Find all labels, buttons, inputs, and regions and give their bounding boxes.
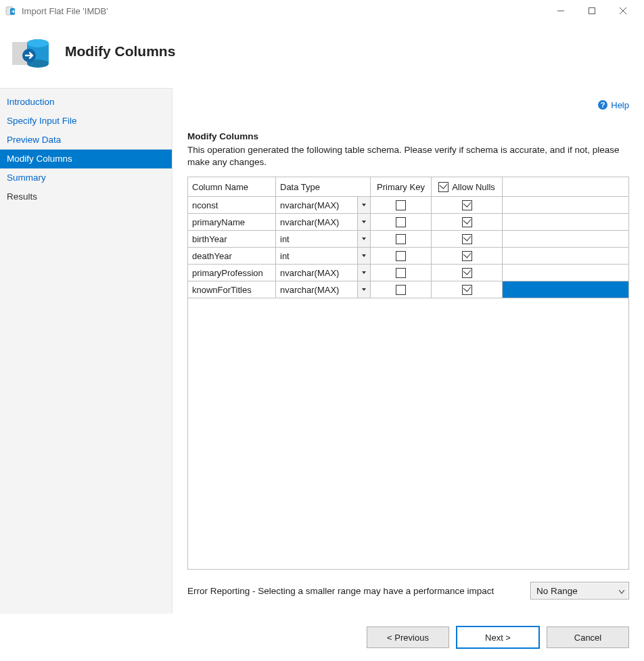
data-type-dropdown-button[interactable] [357,231,370,247]
data-type-cell[interactable]: nvarchar(MAX) [276,214,370,230]
nav-item-preview-data[interactable]: Preview Data [0,131,172,150]
header-extra [503,177,629,197]
nav-item-specify-input-file[interactable]: Specify Input File [0,112,172,131]
data-type-dropdown-button[interactable] [357,265,370,281]
allow-nulls-checkbox[interactable] [462,200,472,210]
page-title: Modify Columns [65,43,175,60]
data-type-cell[interactable]: nvarchar(MAX) [276,265,370,281]
column-name-cell[interactable]: deathYear [188,250,275,263]
data-type-cell[interactable]: int [276,248,370,264]
data-type-dropdown-button[interactable] [357,214,370,230]
window-title: Import Flat File 'IMDB' [22,6,108,16]
allow-nulls-checkbox[interactable] [462,217,472,227]
trailing-cell[interactable] [503,265,629,281]
data-type-dropdown-button[interactable] [357,197,370,213]
window-close-button[interactable] [607,0,639,22]
allow-nulls-checkbox[interactable] [462,285,472,295]
nav-item-modify-columns[interactable]: Modify Columns [0,150,172,168]
help-link[interactable]: Help [611,100,629,110]
wizard-step-icon [9,30,53,73]
wizard-footer: < Previous Next > Cancel [0,614,644,661]
nav-item-summary[interactable]: Summary [0,168,172,187]
allow-nulls-checkbox[interactable] [462,268,472,278]
allow-nulls-checkbox[interactable] [462,251,472,261]
table-row: knownForTitlesnvarchar(MAX) [188,281,629,298]
column-name-cell[interactable]: knownForTitles [188,283,275,296]
column-name-cell[interactable]: primaryName [188,216,275,229]
allow-nulls-all-checkbox[interactable] [438,182,448,192]
data-type-cell[interactable]: nvarchar(MAX) [276,197,370,213]
column-name-cell[interactable]: birthYear [188,233,275,246]
svg-rect-3 [589,8,595,14]
nav-item-introduction[interactable]: Introduction [0,93,172,112]
table-row: birthYearint [188,231,629,248]
error-reporting-label: Error Reporting - Selecting a smaller ra… [187,586,494,596]
trailing-cell[interactable] [503,248,629,265]
primary-key-checkbox[interactable] [396,234,406,244]
trailing-cell[interactable] [503,197,629,214]
window-titlebar: Import Flat File 'IMDB' [0,0,644,22]
wizard-nav: IntroductionSpecify Input FilePreview Da… [0,88,172,614]
data-type-dropdown-button[interactable] [357,281,370,298]
table-row: primaryNamenvarchar(MAX) [188,214,629,231]
allow-nulls-checkbox[interactable] [462,234,472,244]
next-button[interactable]: Next > [456,626,540,649]
cancel-button[interactable]: Cancel [547,626,629,648]
table-row: deathYearint [188,248,629,265]
primary-key-checkbox[interactable] [396,251,406,261]
primary-key-checkbox[interactable] [396,217,406,227]
column-name-cell[interactable]: primaryProfession [188,267,275,279]
page-header: Modify Columns [0,22,644,88]
window-maximize-button[interactable] [576,0,607,22]
table-row: primaryProfessionnvarchar(MAX) [188,265,629,281]
section-title: Modify Columns [187,131,629,141]
header-allow-nulls-label: Allow Nulls [452,182,495,192]
data-type-dropdown-button[interactable] [357,248,370,264]
trailing-cell[interactable] [503,231,629,248]
content-area: ? Help Modify Columns This operation gen… [172,88,644,614]
window-minimize-button[interactable] [545,0,576,22]
header-primary-key[interactable]: Primary Key [371,177,432,197]
table-empty-area [187,298,629,570]
error-range-value: No Range [536,586,578,596]
columns-table: Column Name Data Type Primary Key Allow … [187,177,629,298]
previous-button[interactable]: < Previous [367,626,449,648]
primary-key-checkbox[interactable] [396,285,406,295]
header-column-name[interactable]: Column Name [188,177,276,197]
trailing-cell[interactable] [503,214,629,231]
nav-item-results[interactable]: Results [0,187,172,206]
primary-key-checkbox[interactable] [396,268,406,278]
table-row: nconstnvarchar(MAX) [188,197,629,214]
column-name-cell[interactable]: nconst [188,199,275,212]
primary-key-checkbox[interactable] [396,200,406,210]
chevron-down-icon [619,586,624,596]
svg-point-10 [27,39,49,47]
app-icon [5,5,16,16]
error-range-select[interactable]: No Range [530,582,629,599]
header-data-type[interactable]: Data Type [276,177,371,197]
header-allow-nulls[interactable]: Allow Nulls [432,177,503,197]
data-type-cell[interactable]: nvarchar(MAX) [276,281,370,298]
svg-text:?: ? [601,101,605,109]
help-icon: ? [597,99,608,110]
section-description: This operation generated the following t… [187,144,629,168]
trailing-cell[interactable] [503,281,629,298]
data-type-cell[interactable]: int [276,231,370,247]
